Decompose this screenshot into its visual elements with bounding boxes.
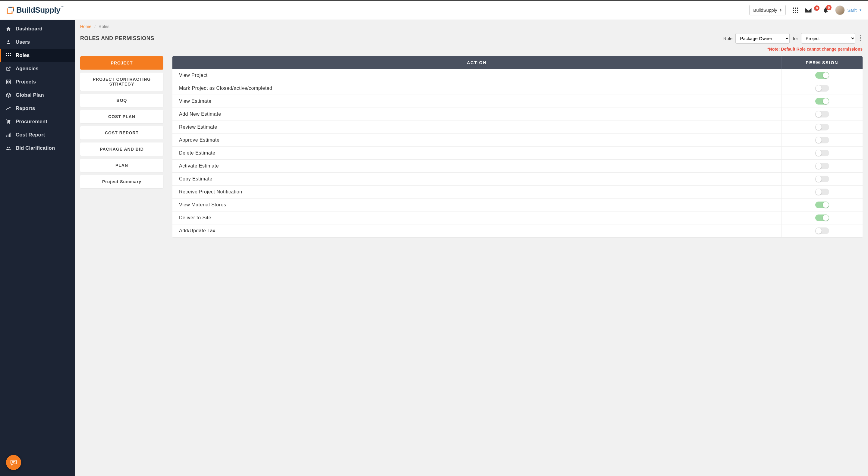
permission-toggle[interactable]: [815, 176, 829, 182]
permission-toggle[interactable]: [815, 215, 829, 221]
role-label: Role: [723, 36, 733, 41]
action-label: View Estimate: [173, 95, 781, 107]
table-row: Add New Estimate: [173, 108, 863, 121]
svg-rect-3: [793, 10, 794, 11]
svg-point-20: [7, 123, 8, 124]
svg-point-30: [860, 40, 861, 41]
permission-cell: [781, 121, 863, 133]
svg-rect-0: [793, 7, 794, 9]
permission-toggle[interactable]: [815, 189, 829, 195]
svg-rect-19: [9, 83, 10, 84]
table-header: ACTION PERMISSION: [173, 56, 863, 69]
permissions-note: *Note: Default Role cannot change permis…: [75, 47, 868, 55]
category-item[interactable]: PROJECT CONTRACTING STRATEGY: [80, 73, 163, 91]
sidebar-item-bid-clarification[interactable]: Bid Clarification: [0, 141, 75, 155]
logo-icon: [6, 6, 14, 14]
apps-menu-button[interactable]: [792, 7, 798, 13]
sidebar-item-roles[interactable]: Roles: [0, 49, 75, 62]
breadcrumb-current: Roles: [98, 24, 110, 29]
sidebar-item-global-plan[interactable]: Global Plan: [0, 89, 75, 102]
permission-toggle[interactable]: [815, 163, 829, 169]
category-list: PROJECTPROJECT CONTRACTING STRATEGYBOQCO…: [80, 56, 163, 237]
permission-toggle[interactable]: [815, 124, 829, 130]
svg-rect-14: [8, 55, 9, 56]
permission-toggle[interactable]: [815, 111, 829, 118]
category-item[interactable]: PACKAGE AND BID: [80, 142, 163, 156]
sidebar-item-label: Roles: [16, 53, 30, 58]
sidebar: DashboardUsersRolesAgenciesProjectsGloba…: [0, 20, 75, 476]
sidebar-item-label: Dashboard: [16, 26, 42, 32]
svg-rect-12: [10, 53, 11, 54]
svg-rect-8: [797, 12, 798, 13]
table-row: Deliver to Site: [173, 212, 863, 224]
table-row: Receive Project Notification: [173, 186, 863, 198]
table-row: View Project: [173, 69, 863, 82]
sidebar-item-label: Reports: [16, 105, 35, 112]
more-menu-button[interactable]: [858, 33, 863, 43]
table-row: Mark Project as Closed/active/completed: [173, 82, 863, 95]
chat-fab[interactable]: [6, 455, 21, 470]
brand-logo[interactable]: BuildSupply™: [6, 5, 64, 15]
category-item[interactable]: COST PLAN: [80, 110, 163, 123]
permission-toggle[interactable]: [815, 150, 829, 156]
permission-cell: [781, 108, 863, 121]
user-menu[interactable]: Sarit ▼: [835, 5, 862, 15]
category-item[interactable]: Project Summary: [80, 175, 163, 188]
for-label: for: [793, 36, 798, 41]
permission-cell: [781, 95, 863, 107]
user-icon: [5, 39, 11, 45]
kebab-icon: [860, 35, 861, 41]
category-item[interactable]: BOQ: [80, 94, 163, 107]
category-item[interactable]: PROJECT: [80, 56, 163, 70]
permission-cell: [781, 224, 863, 237]
svg-rect-22: [6, 135, 7, 137]
org-select[interactable]: BuildSupply ▲▼: [749, 5, 786, 15]
chart-icon: [5, 106, 11, 111]
sidebar-item-projects[interactable]: Projects: [0, 75, 75, 89]
caret-down-icon: ▼: [859, 8, 862, 12]
home-icon: [5, 26, 11, 32]
mail-button[interactable]: 0 ▼: [805, 8, 816, 13]
notifications-button[interactable]: 0: [823, 7, 829, 13]
permission-toggle[interactable]: [815, 72, 829, 78]
bars-icon: [5, 132, 11, 138]
permission-toggle[interactable]: [815, 85, 829, 92]
action-label: Add/Update Tax: [173, 224, 781, 237]
avatar: [835, 5, 845, 15]
sidebar-item-dashboard[interactable]: Dashboard: [0, 22, 75, 36]
sidebar-item-reports[interactable]: Reports: [0, 102, 75, 115]
permission-toggle[interactable]: [815, 201, 829, 208]
action-label: Review Estimate: [173, 121, 781, 133]
table-row: View Material Stores: [173, 198, 863, 212]
table-row: Review Estimate: [173, 121, 863, 134]
permission-toggle[interactable]: [815, 227, 829, 234]
table-row: Approve Estimate: [173, 134, 863, 147]
permission-cell: [781, 160, 863, 172]
svg-rect-25: [10, 133, 11, 137]
persons-icon: [5, 146, 11, 151]
permission-header: PERMISSION: [781, 56, 863, 69]
mail-icon: [805, 8, 812, 13]
role-select[interactable]: Package Owner: [735, 33, 789, 44]
svg-point-26: [7, 147, 9, 148]
permission-toggle[interactable]: [815, 98, 829, 104]
breadcrumb-home[interactable]: Home: [80, 24, 91, 29]
svg-rect-16: [6, 80, 8, 81]
sidebar-item-agencies[interactable]: Agencies: [0, 62, 75, 75]
brand-name: BuildSupply™: [16, 5, 64, 15]
svg-rect-1: [795, 7, 796, 9]
scope-select[interactable]: Project: [801, 33, 855, 44]
sidebar-item-users[interactable]: Users: [0, 36, 75, 49]
sidebar-item-label: Projects: [16, 79, 36, 85]
sidebar-item-procurement[interactable]: Procurement: [0, 115, 75, 128]
org-select-value: BuildSupply: [753, 7, 777, 13]
category-item[interactable]: COST REPORT: [80, 126, 163, 139]
svg-rect-17: [9, 80, 10, 81]
svg-point-28: [860, 35, 861, 36]
permission-toggle[interactable]: [815, 137, 829, 144]
table-row: Activate Estimate: [173, 160, 863, 172]
sidebar-item-cost-report[interactable]: Cost Report: [0, 128, 75, 141]
category-item[interactable]: PLAN: [80, 159, 163, 172]
svg-rect-18: [6, 83, 8, 84]
svg-rect-13: [6, 55, 7, 56]
